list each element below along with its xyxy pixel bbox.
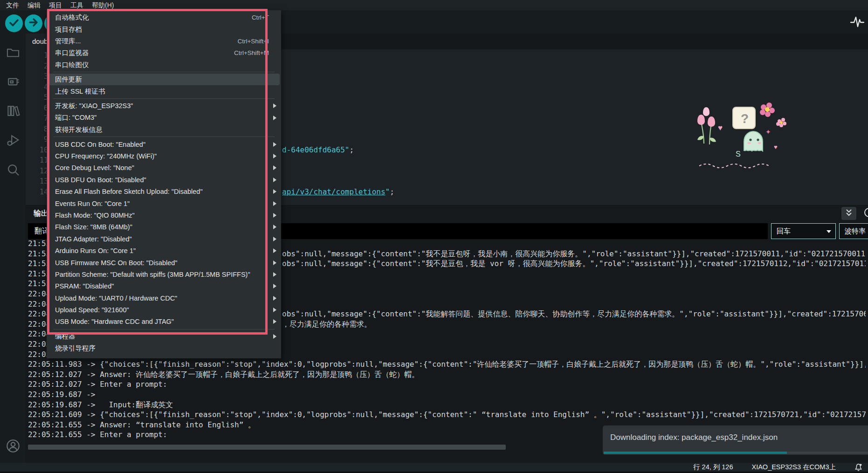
- menu-item-label: 串口监视器: [55, 48, 89, 57]
- sidebar-item-search[interactable]: [5, 162, 21, 178]
- menu-item-3[interactable]: 串口监视器Ctrl+Shift+M: [47, 47, 281, 59]
- log-line-fragment: ，尽力满足你的各种需求。: [282, 319, 372, 329]
- menu-item-label: USB DFU On Boot: "Disabled": [55, 176, 146, 184]
- menu-item-shortcut: Ctrl+Shift+I: [237, 38, 269, 45]
- menu-item-23[interactable]: USB Firmware MSC On Boot: "Disabled": [47, 257, 281, 268]
- menu-item-0[interactable]: 自动格式化Ctrl+T: [47, 12, 281, 23]
- timestamp-toggle-button[interactable]: [861, 207, 868, 220]
- menu-item-label: Events Run On: "Core 1": [55, 200, 130, 207]
- menu-item-16[interactable]: USB DFU On Boot: "Disabled": [47, 174, 281, 185]
- menubar-item-编辑[interactable]: 编辑: [23, 0, 45, 10]
- progress-bar: [604, 452, 787, 454]
- menu-item-25[interactable]: PSRAM: "Disabled": [47, 281, 281, 292]
- arrow-right-icon: [25, 14, 42, 33]
- cursor-position[interactable]: 行 24, 列 126: [693, 463, 733, 472]
- menu-separator: [53, 137, 275, 137]
- menu-item-7[interactable]: 上传 SSL 根证书: [47, 85, 281, 97]
- baud-rate-value: 波特率 115200: [845, 227, 868, 235]
- library-icon: [5, 112, 21, 120]
- verify-button[interactable]: [5, 14, 23, 32]
- log-line: 22:05:21.609 -> {"choices":[{"finish_rea…: [28, 410, 866, 420]
- menu-item-label: JTAG Adapter: "Disabled": [55, 235, 132, 243]
- menubar-item-工具[interactable]: 工具: [66, 0, 88, 10]
- menu-item-label: Flash Size: "8MB (64Mb)": [55, 223, 132, 231]
- sidebar-item-boards-manager[interactable]: [5, 74, 21, 89]
- menu-item-label: 固件更新: [55, 75, 82, 84]
- menu-item-19[interactable]: Flash Mode: "QIO 80MHz": [47, 209, 281, 221]
- sidebar-item-sketchbook[interactable]: [5, 44, 21, 60]
- menu-item-24[interactable]: Partition Scheme: "Default with spiffs (…: [47, 268, 281, 280]
- menu-item-label: 获得开发板信息: [55, 125, 103, 134]
- menu-item-20[interactable]: Flash Size: "8MB (64Mb)": [47, 221, 281, 233]
- board-port-status[interactable]: XIAO_ESP32S3 在COM3上: [751, 463, 836, 472]
- menu-item-label: Partition Scheme: "Default with spiffs (…: [55, 271, 250, 278]
- menu-item-label: Erase All Flash Before Sketch Upload: "D…: [55, 188, 203, 195]
- line-ending-select[interactable]: 回车: [771, 223, 836, 239]
- account-icon: [5, 447, 21, 455]
- menu-item-label: Flash Mode: "QIO 80MHz": [55, 212, 135, 219]
- menu-item-label: Core Debug Level: "None": [55, 164, 134, 171]
- menu-item-label: 编程器: [55, 332, 76, 341]
- sidebar: [0, 34, 26, 463]
- menu-separator: [53, 72, 275, 72]
- menu-item-14[interactable]: CPU Frequency: "240MHz (WiFi)": [47, 150, 281, 162]
- menu-item-22[interactable]: Arduino Runs On: "Core 1": [47, 245, 281, 256]
- menu-item-31[interactable]: 烧录引导程序: [47, 343, 281, 354]
- menu-item-label: USB CDC On Boot: "Enabled": [55, 141, 145, 148]
- menu-item-label: Upload Speed: "921600": [55, 306, 129, 314]
- menu-separator: [53, 98, 275, 99]
- menu-item-4[interactable]: 串口绘图仪: [47, 59, 281, 71]
- menu-item-label: USB Firmware MSC On Boot: "Disabled": [55, 259, 178, 267]
- menu-item-11[interactable]: 获得开发板信息: [47, 124, 281, 136]
- menu-item-30[interactable]: 编程器: [47, 330, 281, 342]
- menu-item-6[interactable]: 固件更新: [48, 74, 280, 85]
- double-chevron-down-icon: [844, 208, 854, 219]
- account-button[interactable]: [5, 438, 21, 454]
- svg-text:?: ?: [741, 111, 749, 126]
- tools-menu: 自动格式化Ctrl+T项目存档管理库...Ctrl+Shift+I串口监视器Ct…: [47, 10, 281, 358]
- svg-text:♥: ♥: [718, 123, 723, 132]
- menubar-item-帮助(H)[interactable]: 帮助(H): [88, 0, 118, 10]
- menu-item-18[interactable]: Events Run On: "Core 1": [47, 198, 281, 209]
- menu-item-21[interactable]: JTAG Adapter: "Disabled": [47, 233, 281, 245]
- log-line: 22:05:19.687 -> Input:翻译成英文: [28, 400, 866, 410]
- svg-text:✦: ✦: [765, 128, 771, 136]
- menubar-item-项目[interactable]: 项目: [45, 0, 66, 10]
- sidebar-item-library-manager[interactable]: [5, 103, 21, 119]
- menu-item-15[interactable]: Core Debug Level: "None": [47, 162, 281, 174]
- horizontal-scrollbar-thumb[interactable]: [28, 445, 506, 450]
- menu-item-shortcut: Ctrl+T: [252, 14, 269, 21]
- menu-item-26[interactable]: Upload Mode: "UART0 / Hardware CDC": [47, 292, 281, 304]
- menu-item-27[interactable]: Upload Speed: "921600": [47, 304, 281, 315]
- notification-toast: Downloading index: package_esp32_index.j…: [603, 425, 868, 455]
- menu-item-9[interactable]: 开发板: "XIAO_ESP32S3": [47, 100, 281, 112]
- menu-item-label: USB Mode: "Hardware CDC and JTAG": [55, 318, 174, 325]
- serial-plotter-icon[interactable]: [849, 15, 865, 29]
- menu-item-13[interactable]: USB CDC On Boot: "Enabled": [47, 138, 281, 150]
- clock-icon: [863, 207, 868, 220]
- check-icon: [5, 14, 23, 33]
- upload-button[interactable]: [25, 14, 42, 32]
- menu-item-label: PSRAM: "Disabled": [55, 282, 114, 290]
- search-icon: [5, 171, 21, 179]
- menu-item-2[interactable]: 管理库...Ctrl+Shift+I: [47, 35, 281, 47]
- menu-item-label: CPU Frequency: "240MHz (WiFi)": [55, 152, 157, 160]
- sidebar-item-debug[interactable]: [5, 132, 21, 148]
- menu-item-label: Arduino Runs On: "Core 1": [55, 247, 136, 254]
- menu-item-label: 串口绘图仪: [55, 61, 89, 69]
- menubar-item-文件[interactable]: 文件: [2, 0, 23, 10]
- baud-rate-select[interactable]: 波特率 115200: [839, 223, 868, 239]
- menu-item-label: 管理库...: [55, 37, 81, 46]
- collapse-panel-button[interactable]: [841, 207, 856, 220]
- menu-item-17[interactable]: Erase All Flash Before Sketch Upload: "D…: [47, 185, 281, 197]
- code-fragment-line-14: api/v3/chat/completions";: [282, 187, 394, 198]
- menu-item-28[interactable]: USB Mode: "Hardware CDC and JTAG": [47, 316, 281, 328]
- statusbar: 行 24, 列 126 XIAO_ESP32S3 在COM3上: [0, 463, 868, 473]
- log-line-fragment: obs":null,"message":{"content":"我不是豆包呀，我…: [282, 249, 866, 259]
- notification-bell-icon[interactable]: [854, 463, 862, 472]
- menu-item-10[interactable]: 端口: "COM3": [47, 112, 281, 123]
- menu-item-1[interactable]: 项目存档: [47, 23, 281, 35]
- debug-icon: [5, 142, 21, 150]
- folder-icon: [5, 54, 21, 62]
- log-line-fragment: obs":null,"message":{"content":"我能解答问题、提…: [282, 309, 866, 319]
